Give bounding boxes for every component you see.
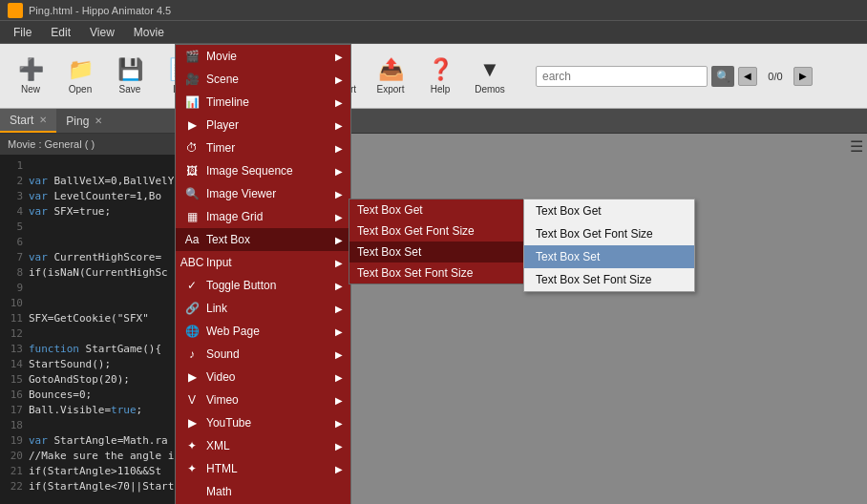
menu-l2-item[interactable]: Text Box Get Font Size [349,220,524,242]
menu-level3[interactable]: Text Box GetText Box Get Font SizeText B… [523,199,695,292]
new-button[interactable]: ➕ New [8,49,53,104]
code-line: 7var CurrentHighScore= [0,250,180,265]
menu-l3-item[interactable]: Text Box Get [524,200,694,222]
export-icon: 📤 [378,57,404,82]
code-header-label: Movie : General ( ) [8,138,95,150]
menu-l2-item[interactable]: Text Box Set Font Size [349,262,524,284]
submenu-arrow-icon: ▶ [335,52,343,62]
export-label: Export [377,84,405,94]
menu-l1-item-toggle-button[interactable]: ✓Toggle Button▶ [176,274,350,297]
menu-item-icon: ✦ [183,461,201,476]
tab-start-close[interactable]: ✕ [39,115,47,125]
help-button[interactable]: ❓ Help [417,49,463,104]
menu-l1-item-image-sequence[interactable]: 🖼Image Sequence▶ [176,159,350,182]
open-button[interactable]: 📁 Open [57,49,103,104]
submenu-arrow-icon: ▶ [335,304,343,314]
menu-l3-item[interactable]: Text Box Set [524,245,694,268]
submenu-arrow-icon: ▶ [335,143,343,154]
search-button[interactable]: 🔍 [711,66,734,87]
menu-level1[interactable]: 🎬Movie▶🎥Scene▶📊Timeline▶▶Player▶⏱Timer▶🖼… [175,44,351,504]
menu-item-icon: Aa [183,232,201,247]
menu-item-icon [183,484,201,499]
menu-l1-item-vimeo[interactable]: VVimeo▶ [176,388,350,411]
menu-l2-item[interactable]: Text Box Set [349,242,524,262]
menu-l1-item-math[interactable]: Math [176,480,350,503]
prev-button[interactable]: ◀ [738,67,757,86]
menu-l3-item[interactable]: Text Box Get Font Size [524,222,694,245]
menu-item-icon: 🌐 [183,324,201,339]
menu-movie[interactable]: Movie [124,24,174,41]
menu-l1-item-xml[interactable]: ✦XML▶ [176,434,350,457]
nav-count: 0/0 [761,71,790,82]
open-label: Open [69,84,92,94]
submenu-arrow-icon: ▶ [335,281,343,291]
menu-item-icon: ♪ [183,346,201,362]
tab-ping-close[interactable]: ✕ [95,116,102,126]
code-line: 4var SFX=true; [0,204,180,220]
demos-button[interactable]: ▼ Demos [467,49,513,104]
submenu-arrow-icon: ▶ [335,189,343,200]
menu-l2-item[interactable]: Text Box Get [349,200,524,220]
save-button[interactable]: 💾 Save [107,49,153,104]
submenu-arrow-icon: ▶ [335,258,343,268]
menu-l1-item-player[interactable]: ▶Player▶ [176,114,350,136]
submenu-arrow-icon: ▶ [335,120,343,131]
code-line: 15 GotoAndStop(20); [0,372,180,388]
code-editor: Movie : General ( ) 12var BallVelX=0,Bal… [0,134,181,504]
open-icon: 📁 [68,57,94,82]
menu-l3-item[interactable]: Text Box Set Font Size [524,268,694,291]
menu-l1-item-html[interactable]: ✦HTML▶ [176,457,350,480]
submenu-arrow-icon: ▶ [335,235,343,245]
menu-l1-item-video[interactable]: ▶Video▶ [176,366,350,388]
demos-label: Demos [475,84,505,94]
new-label: New [21,84,40,94]
menu-item-icon: ✓ [183,278,201,293]
submenu-arrow-icon: ▶ [335,166,343,177]
menu-l1-item-timeline[interactable]: 📊Timeline▶ [176,91,350,114]
code-lines: 12var BallVelX=0,BallVelY3var LevelCount… [0,155,180,498]
menu-l1-item-text-box[interactable]: AaText Box▶ [176,228,350,251]
tab-start-label: Start [10,114,33,127]
submenu-arrow-icon: ▶ [335,349,343,360]
submenu-arrow-icon: ▶ [335,418,343,429]
menu-file[interactable]: File [4,24,41,41]
submenu-arrow-icon: ▶ [335,212,343,222]
menu-l1-item-sound[interactable]: ♪Sound▶ [176,343,350,366]
menu-item-icon: ▦ [183,209,201,224]
submenu-arrow-icon: ▶ [335,464,343,474]
code-line: 13function StartGame(){ [0,342,180,357]
menu-item-icon: 🔗 [183,301,201,316]
tab-start[interactable]: Start ✕ [0,109,56,133]
canvas-menu-icon[interactable]: ☰ [846,134,867,159]
menu-l1-item-web-page[interactable]: 🌐Web Page▶ [176,320,350,343]
app-icon [8,3,23,18]
menu-l1-item-youtube[interactable]: ▶YouTube▶ [176,411,350,434]
submenu-arrow-icon: ▶ [335,326,343,337]
new-icon: ➕ [18,57,44,82]
menu-l1-item-movie[interactable]: 🎬Movie▶ [176,45,350,68]
menu-l1-item-image-viewer[interactable]: 🔍Image Viewer▶ [176,182,350,205]
submenu-arrow-icon: ▶ [335,372,343,383]
menu-l1-item-input[interactable]: ABCInput▶ [176,251,350,274]
code-line: 21 if(StartAngle>110&&St [0,464,180,479]
menu-level2[interactable]: Text Box GetText Box Get Font SizeText B… [349,199,525,284]
search-input[interactable] [536,66,708,87]
menu-item-icon: ✦ [183,438,201,453]
menu-l1-item-link[interactable]: 🔗Link▶ [176,297,350,320]
menu-l1-item-scene[interactable]: 🎥Scene▶ [176,68,350,91]
menu-l1-item-timer[interactable]: ⏱Timer▶ [176,136,350,159]
save-label: Save [119,84,141,94]
code-line: 2var BallVelX=0,BallVelY [0,174,180,189]
menu-l1-item-image-grid[interactable]: ▦Image Grid▶ [176,205,350,228]
menu-edit[interactable]: Edit [41,24,80,41]
code-line: 5 [0,220,180,235]
submenu-arrow-icon: ▶ [335,441,343,452]
menu-item-icon: ▶ [183,117,201,133]
menu-item-icon: ⏱ [183,140,201,156]
export-button[interactable]: 📤 Export [368,49,413,104]
title-bar: Ping.html - Hippo Animator 4.5 [0,0,867,21]
tab-ping[interactable]: Ping ✕ [56,109,112,133]
menu-view[interactable]: View [80,24,124,41]
menu-item-icon: 🎬 [183,49,201,64]
next-button[interactable]: ▶ [793,67,813,86]
